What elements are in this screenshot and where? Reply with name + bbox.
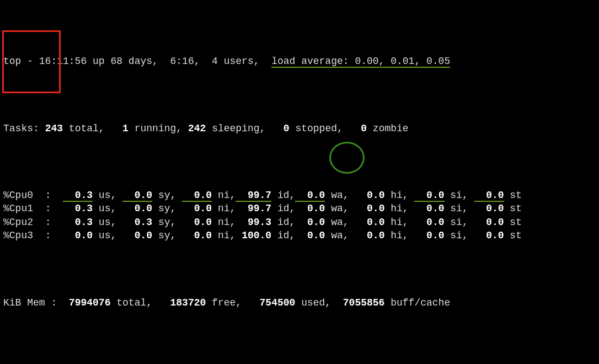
cpu-column-highlight-circle [329, 142, 365, 174]
tasks-zombie: 0 [361, 123, 367, 134]
top-time: 16:11:56 [39, 56, 87, 67]
tasks-line: Tasks: 243 total, 1 running, 242 sleepin… [3, 122, 596, 135]
tasks-stopped: 0 [284, 123, 290, 134]
users-label: users [224, 56, 254, 67]
mem-used: 754500 [260, 297, 296, 308]
mem-buff: 7055856 [343, 297, 385, 308]
tasks-sleeping: 242 [188, 123, 206, 134]
users-count: 4 [212, 56, 218, 67]
mem-line: KiB Mem : 7994076 total, 183720 free, 75… [3, 296, 596, 309]
load-values: 0.00, 0.01, 0.05 [355, 56, 450, 67]
uptime: 68 days, 6:16 [110, 56, 194, 67]
tasks-total: 243 [45, 123, 63, 134]
cpu-line-0: %Cpu0 : 0.3 us, 0.0 sy, 0.0 ni, 99.7 id,… [3, 189, 596, 202]
load-label: load average: [271, 56, 349, 67]
cpu-line-1: %Cpu1 : 0.3 us, 0.0 sy, 0.0 ni, 99.7 id,… [3, 202, 596, 215]
top-summary-line: top - 16:11:56 up 68 days, 6:16, 4 users… [3, 55, 596, 68]
up-label: up [87, 56, 110, 67]
terminal[interactable]: top - 16:11:56 up 68 days, 6:16, 4 users… [0, 0, 599, 364]
mem-label: KiB Mem : [3, 297, 57, 308]
tasks-running: 1 [122, 123, 129, 134]
mem-total: 7994076 [69, 297, 111, 308]
mem-free: 183720 [170, 297, 206, 308]
top-prefix: top - [3, 56, 39, 67]
tasks-label: Tasks: [3, 123, 39, 134]
cpu-line-2: %Cpu2 : 0.3 us, 0.3 sy, 0.0 ni, 99.3 id,… [3, 216, 596, 229]
cpu-line-3: %Cpu3 : 0.0 us, 0.0 sy, 0.0 ni, 100.0 id… [3, 229, 596, 242]
